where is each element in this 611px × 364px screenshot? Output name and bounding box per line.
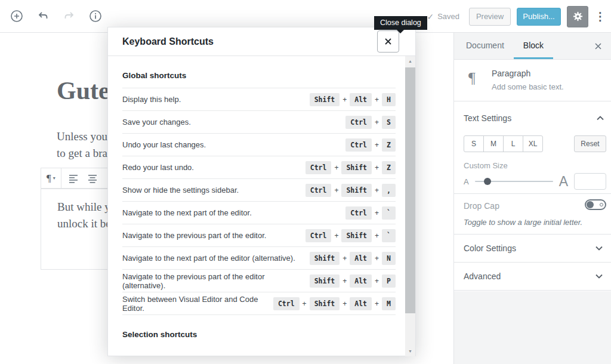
close-dialog-tooltip: Close dialog bbox=[374, 16, 427, 30]
font-size-m-button[interactable]: M bbox=[483, 135, 504, 152]
plus-separator: + bbox=[334, 186, 338, 195]
publish-button[interactable]: Publish... bbox=[517, 8, 561, 26]
tab-block[interactable]: Block bbox=[514, 33, 553, 59]
post-title[interactable]: Gute bbox=[57, 76, 110, 105]
advanced-panel[interactable]: Advanced bbox=[454, 263, 611, 291]
kbd-key: Ctrl bbox=[306, 184, 332, 197]
dialog-scrollbar[interactable]: ▲ ▼ bbox=[405, 56, 415, 356]
plus-separator: + bbox=[375, 232, 379, 240]
tab-document[interactable]: Document bbox=[456, 33, 514, 59]
scroll-down-arrow[interactable]: ▼ bbox=[405, 346, 415, 356]
text-settings-header[interactable]: Text Settings bbox=[464, 113, 604, 123]
alignment-buttons bbox=[61, 170, 104, 187]
advanced-label: Advanced bbox=[464, 272, 501, 281]
check-icon: ✓ bbox=[427, 12, 434, 21]
more-menu-button[interactable]: ⋮ bbox=[594, 7, 606, 26]
shortcut-row: Undo your last changes.Ctrl+Z bbox=[122, 133, 396, 156]
info-icon bbox=[88, 9, 103, 23]
kbd-key: Ctrl bbox=[345, 138, 372, 152]
undo-button[interactable] bbox=[33, 7, 53, 26]
color-settings-panel[interactable]: Color Settings bbox=[454, 235, 611, 263]
kbd-key: Ctrl bbox=[306, 161, 332, 174]
kbd-key: Shift bbox=[310, 297, 340, 310]
close-sidebar-button[interactable] bbox=[588, 36, 607, 55]
close-icon bbox=[594, 42, 602, 50]
font-size-s-button[interactable]: S bbox=[464, 135, 484, 152]
plus-separator: + bbox=[342, 95, 347, 104]
shortcut-label: Navigate to the next part of the editor. bbox=[122, 208, 252, 217]
pilcrow-icon: ¶ bbox=[47, 172, 51, 184]
font-size-controls: S M L XL Reset bbox=[464, 135, 606, 152]
plus-separator: + bbox=[375, 300, 379, 308]
add-block-button[interactable] bbox=[7, 7, 26, 26]
chevron-down-icon: ▾ bbox=[53, 175, 55, 181]
dialog-title: Keyboard Shortcuts bbox=[108, 36, 214, 47]
sidebar-panels: ¶ Paragraph Add some basic text. Text Se… bbox=[454, 60, 611, 291]
kbd-key: Shift bbox=[341, 161, 372, 174]
toggle-knob bbox=[587, 201, 594, 208]
paragraph-line: Unless you' bbox=[57, 128, 109, 145]
scroll-up-arrow[interactable]: ▲ bbox=[405, 56, 415, 66]
font-size-xl-button[interactable]: XL bbox=[523, 135, 543, 152]
info-button[interactable] bbox=[86, 7, 105, 26]
plus-separator: + bbox=[375, 277, 379, 285]
shortcut-combo: Shift+Alt+N bbox=[310, 252, 396, 265]
plus-separator: + bbox=[342, 300, 347, 308]
shortcut-label: Redo your last undo. bbox=[122, 163, 194, 172]
shortcut-combo: Ctrl+` bbox=[345, 206, 396, 220]
font-size-l-button[interactable]: L bbox=[503, 135, 523, 152]
shortcut-combo: Shift+Alt+P bbox=[310, 274, 396, 288]
slider-thumb[interactable] bbox=[484, 178, 491, 185]
paragraph-line: But while y bbox=[57, 199, 111, 215]
align-left-button[interactable] bbox=[65, 170, 82, 187]
toggle-ring bbox=[600, 203, 603, 206]
shortcut-label: Navigate to the next part of the editor … bbox=[122, 254, 295, 263]
custom-size-input[interactable] bbox=[574, 173, 606, 190]
shortcut-label: Switch between Visual Editor and Code Ed… bbox=[122, 295, 273, 313]
color-settings-label: Color Settings bbox=[464, 243, 516, 253]
shortcut-row: Navigate to the next part of the editor … bbox=[122, 246, 396, 269]
shortcut-label: Display this help. bbox=[122, 95, 181, 104]
small-a-icon: A bbox=[464, 177, 469, 186]
kbd-key: M bbox=[382, 297, 396, 310]
font-size-segmented: S M L XL bbox=[464, 135, 543, 152]
post-paragraph[interactable]: Unless you' to get a bra bbox=[57, 128, 109, 162]
kbd-key: H bbox=[382, 93, 396, 106]
kbd-key: Ctrl bbox=[273, 297, 300, 310]
block-card: ¶ Paragraph Add some basic text. bbox=[454, 60, 611, 101]
kbd-key: Alt bbox=[350, 297, 372, 310]
kbd-key: Alt bbox=[350, 93, 372, 106]
plus-separator: + bbox=[334, 232, 338, 240]
block-card-description: Add some basic text. bbox=[492, 82, 564, 91]
block-type-button[interactable]: ¶ ▾ bbox=[41, 168, 61, 188]
save-status: ✓ Saved bbox=[427, 12, 459, 21]
close-dialog-button[interactable] bbox=[377, 30, 399, 53]
redo-button[interactable] bbox=[60, 7, 79, 26]
dialog-header: Keyboard Shortcuts bbox=[108, 27, 415, 56]
kbd-key: S bbox=[382, 116, 396, 129]
preview-button[interactable]: Preview bbox=[469, 8, 511, 26]
kbd-key: Ctrl bbox=[306, 229, 332, 242]
plus-separator: + bbox=[303, 300, 307, 308]
scrollbar-thumb[interactable] bbox=[405, 67, 415, 313]
kbd-key: Z bbox=[382, 138, 396, 152]
align-center-button[interactable] bbox=[84, 170, 101, 187]
shortcut-label: Show or hide the settings sidebar. bbox=[122, 186, 239, 195]
kbd-key: Z bbox=[382, 161, 396, 174]
shortcut-combo: Ctrl+S bbox=[345, 116, 396, 129]
kbd-key: Alt bbox=[350, 274, 372, 288]
kbd-key: , bbox=[382, 184, 396, 197]
shortcut-combo: Shift+Alt+H bbox=[310, 93, 396, 106]
kbd-key: ` bbox=[382, 206, 396, 220]
redo-icon bbox=[63, 10, 76, 23]
gear-icon bbox=[572, 11, 584, 22]
big-a-icon: A bbox=[559, 174, 568, 190]
plus-separator: + bbox=[375, 209, 379, 217]
font-size-slider[interactable] bbox=[475, 172, 553, 190]
kbd-key: Shift bbox=[341, 229, 372, 242]
settings-button[interactable] bbox=[567, 6, 588, 27]
reset-button[interactable]: Reset bbox=[574, 135, 606, 152]
shortcut-combo: Ctrl+Z bbox=[345, 138, 396, 152]
section-heading: Selection shortcuts bbox=[122, 330, 396, 339]
drop-cap-toggle[interactable] bbox=[585, 199, 606, 210]
